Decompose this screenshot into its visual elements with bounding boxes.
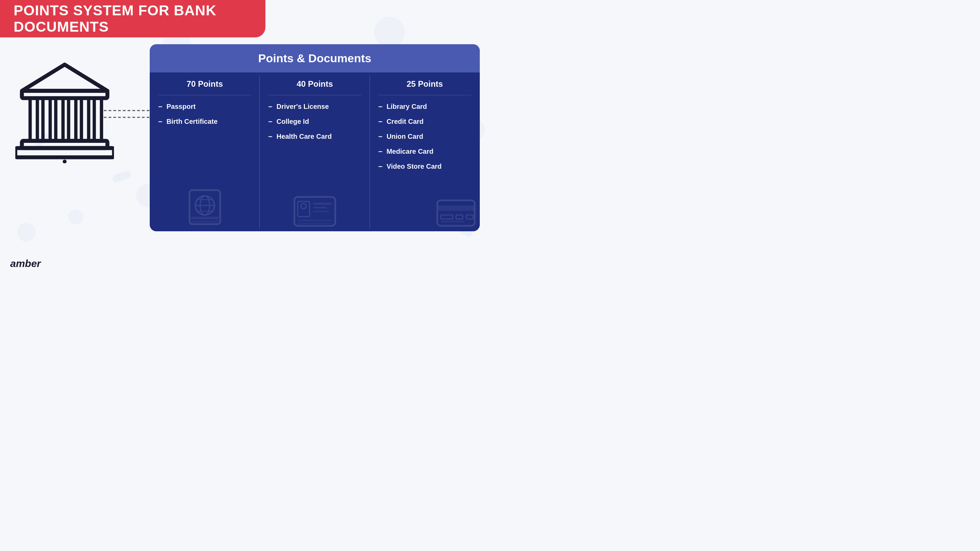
svg-rect-22 [298,202,310,217]
doc-list-40: Driver's License College Id Health Care … [268,102,361,141]
doc-item-passport: Passport [158,102,251,111]
deco-circle [374,17,405,48]
svg-rect-28 [298,223,332,224]
page-title: POINTS SYSTEM FOR BANK DOCUMENTS [14,2,252,35]
svg-rect-3 [43,98,50,141]
column-40-header: 40 Points [268,79,361,95]
column-70-header: 70 Points [158,79,251,95]
deco-circle [68,209,83,224]
card-body: 70 Points Passport Birth Certificate [150,73,480,231]
deco-pill [111,170,132,183]
doc-item-college-id: College Id [268,117,361,126]
svg-rect-34 [441,221,465,222]
svg-rect-31 [441,215,453,219]
svg-rect-24 [313,203,332,205]
svg-rect-27 [298,220,332,221]
svg-rect-13 [189,190,220,224]
svg-marker-0 [22,65,107,91]
svg-rect-26 [313,211,329,212]
column-25-header: 25 Points [379,79,471,95]
footer-brand: amber [10,258,41,269]
svg-rect-4 [56,98,63,141]
doc-item-credit-card: Credit Card [379,117,471,126]
svg-rect-29 [437,200,475,226]
card-header: Points & Documents [150,44,480,73]
svg-rect-19 [191,217,218,219]
svg-rect-7 [94,98,102,141]
svg-rect-25 [313,207,327,208]
header-banner: POINTS SYSTEM FOR BANK DOCUMENTS [0,0,266,37]
doc-list-25: Library Card Credit Card Union Card Medi… [379,102,471,171]
svg-rect-6 [81,98,89,141]
doc-item-birth-certificate: Birth Certificate [158,117,251,126]
points-documents-card: Points & Documents 70 Points Passport Bi… [150,44,480,231]
doc-item-union-card: Union Card [379,132,471,141]
deco-circle [17,223,36,241]
doc-item-health-care-card: Health Care Card [268,132,361,141]
doc-item-medicare-card: Medicare Card [379,147,471,156]
svg-rect-21 [294,197,335,226]
svg-point-23 [301,203,306,209]
bank-icon [15,61,114,163]
doc-item-drivers-license: Driver's License [268,102,361,111]
svg-point-14 [195,196,215,215]
svg-rect-30 [437,205,475,211]
svg-rect-33 [466,215,473,219]
svg-rect-20 [191,221,218,222]
doc-item-library-card: Library Card [379,102,471,111]
doc-list-70: Passport Birth Certificate [158,102,251,126]
bank-icon-container [10,54,119,170]
card-title: Points & Documents [160,52,469,65]
column-70-points: 70 Points Passport Birth Certificate [150,73,259,231]
svg-point-15 [200,196,210,215]
doc-item-video-store-card: Video Store Card [379,162,471,171]
svg-rect-2 [30,98,37,141]
column-40-points: 40 Points Driver's License College Id He… [259,73,369,231]
svg-point-10 [63,159,67,163]
svg-rect-9 [15,148,114,157]
column-25-points: 25 Points Library Card Credit Card Union… [370,73,480,231]
svg-rect-32 [456,215,463,219]
svg-rect-5 [69,98,76,141]
